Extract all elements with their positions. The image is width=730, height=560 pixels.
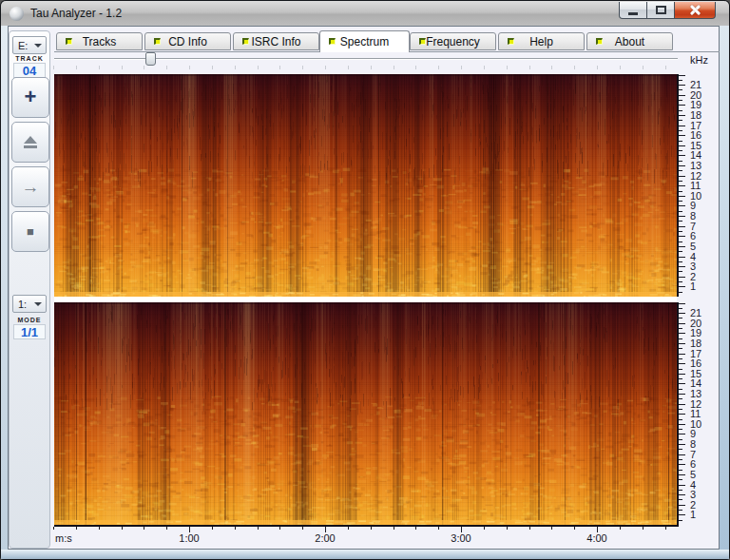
freq-tick-label: 20 — [690, 90, 711, 101]
time-tick — [551, 527, 552, 530]
maximize-icon — [656, 6, 666, 14]
tab-spectrum[interactable]: Spectrum — [319, 30, 410, 52]
freq-tick-label: 8 — [690, 211, 711, 222]
add-button[interactable]: + — [11, 77, 49, 118]
tab-help[interactable]: Help — [498, 32, 585, 50]
freq-tick — [679, 110, 682, 111]
tab-label: About — [587, 35, 672, 48]
tab-about[interactable]: About — [586, 32, 673, 50]
track-number: 04 — [13, 63, 46, 78]
freq-tick — [679, 354, 685, 355]
freq-tick-label: 15 — [690, 141, 711, 151]
slider-tick — [415, 66, 416, 69]
window-border-bottom — [1, 550, 729, 559]
tab-isrc-info[interactable]: ISRC Info — [233, 32, 319, 50]
tab-frequency[interactable]: Frequency — [410, 32, 496, 50]
tab-label: Help — [499, 35, 584, 48]
freq-tick — [679, 170, 682, 171]
freq-tick-label: 7 — [690, 450, 711, 460]
freq-tick — [679, 216, 685, 217]
freq-tick — [679, 424, 685, 425]
freq-tick — [679, 338, 682, 339]
freq-tick — [679, 470, 682, 471]
slider-tick — [122, 66, 123, 69]
freq-tick-label: 1 — [690, 510, 711, 520]
freq-tick — [679, 358, 682, 359]
tab-tracks[interactable]: Tracks — [56, 32, 143, 50]
freq-tick-label: 6 — [690, 459, 711, 470]
time-tick-label: 1:00 — [179, 532, 199, 544]
slider-tick — [484, 66, 485, 69]
eject-button[interactable] — [11, 122, 49, 163]
freq-tick-label: 12 — [690, 399, 711, 410]
time-tick — [76, 527, 77, 530]
freq-tick-label: 3 — [690, 261, 711, 272]
freq-tick — [679, 205, 685, 206]
minimize-button[interactable] — [619, 2, 647, 19]
mode-value: 1/1 — [13, 324, 46, 339]
freq-tick — [679, 429, 682, 430]
freq-tick-label: 16 — [690, 358, 711, 369]
freq-tick-label: 7 — [690, 222, 711, 232]
slider-tick — [212, 66, 213, 69]
time-tick — [279, 527, 280, 530]
slider-tick — [507, 66, 508, 69]
freq-tick-label: 17 — [690, 349, 711, 359]
slider-tick — [529, 66, 530, 69]
freq-tick — [679, 363, 685, 364]
close-button[interactable] — [674, 2, 716, 19]
freq-tick — [679, 286, 685, 287]
slider-tick — [189, 66, 190, 69]
time-tick-label: 2:00 — [315, 532, 335, 544]
slider-tick — [438, 66, 439, 69]
freq-tick — [679, 414, 685, 415]
slider-tick — [302, 66, 303, 69]
tab-bar: TracksCD InfoISRC InfoSpectrumFrequencyH… — [54, 30, 720, 52]
freq-tick — [679, 135, 685, 136]
window-border-right — [720, 26, 729, 550]
freq-tick — [679, 485, 685, 486]
freq-tick — [679, 409, 682, 410]
freq-tick — [679, 89, 682, 90]
stop-button[interactable]: ■ — [11, 211, 49, 252]
position-slider-thumb[interactable] — [145, 52, 156, 66]
freq-tick-label: 14 — [690, 378, 711, 389]
time-tick — [212, 527, 213, 530]
freq-tick — [679, 444, 685, 445]
minimize-icon — [628, 12, 638, 15]
time-tick-label: 3:00 — [451, 532, 471, 544]
drive-select[interactable]: E: — [12, 36, 47, 54]
freq-tick — [679, 520, 682, 521]
freq-tick — [679, 398, 682, 399]
freq-tick — [679, 130, 682, 131]
freq-tick — [679, 176, 685, 177]
time-tick — [166, 527, 167, 530]
freq-tick — [679, 85, 685, 86]
time-tick — [529, 527, 530, 530]
freq-tick-label: 6 — [690, 231, 711, 241]
slider-tick — [665, 66, 666, 69]
time-axis-unit: m:s — [55, 532, 72, 544]
freq-tick-label: 21 — [690, 80, 711, 90]
next-button[interactable]: → — [11, 166, 49, 207]
tab-cd-info[interactable]: CD Info — [144, 32, 231, 50]
channel-separator — [54, 297, 677, 302]
mode-select[interactable]: 1: — [12, 295, 47, 313]
maximize-button[interactable] — [647, 2, 674, 19]
freq-tick-label: 3 — [690, 490, 711, 500]
freq-tick — [679, 499, 682, 500]
titlebar[interactable]: Tau Analyzer - 1.2 — [1, 1, 729, 26]
time-tick — [643, 527, 644, 530]
time-tick — [258, 527, 259, 530]
freq-tick — [679, 196, 685, 197]
freq-tick — [679, 378, 682, 379]
freq-tick-label: 21 — [690, 308, 711, 319]
tab-label: Spectrum — [320, 35, 409, 48]
freq-tick — [679, 241, 682, 242]
tab-label: ISRC Info — [234, 35, 318, 48]
freq-tick-label: 2 — [690, 272, 711, 282]
tab-label: CD Info — [145, 35, 230, 48]
freq-tick-label: 5 — [690, 470, 711, 480]
freq-tick — [679, 185, 685, 186]
freq-tick — [679, 383, 685, 384]
